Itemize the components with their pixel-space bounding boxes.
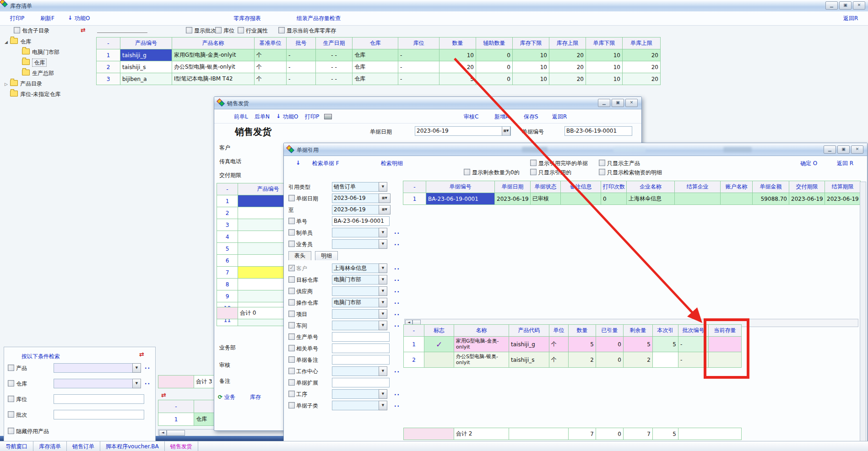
maximize-button[interactable]: ▣ (839, 1, 852, 10)
check-only-referenced[interactable]: 只显示引用的 (530, 169, 571, 177)
cell[interactable]: 0 (596, 352, 624, 368)
search-field-input[interactable] (54, 394, 144, 404)
check-only-main-product[interactable]: 只显示主产品 (599, 160, 640, 167)
cell[interactable]: 家用G型电脑-金奥-onlyit (454, 337, 509, 352)
search-panel-sync-icon[interactable]: ⇄ (139, 351, 144, 358)
form-input-客户[interactable]: 上海林伞信息 (332, 263, 381, 273)
sales-maximize-button[interactable]: ▣ (612, 99, 624, 107)
cell[interactable]: taishiji_s (509, 352, 549, 368)
minimize-button[interactable]: ▁ (825, 1, 838, 10)
doc-date-value[interactable]: 2023-06-19▦▼ (415, 126, 511, 136)
cell[interactable]: 办公S型电脑-银奥-onlyit (454, 352, 509, 368)
form-checkbox[interactable] (288, 265, 295, 271)
form-checkbox[interactable] (288, 229, 295, 236)
form-checkbox[interactable] (288, 195, 295, 201)
sales-minimize-button[interactable]: ▁ (598, 99, 610, 107)
lookup-dots-button[interactable]: .. (394, 299, 400, 305)
tree-item-仓库[interactable]: 仓库 (4, 58, 93, 68)
include-subdir-checkbox[interactable]: 包含子目录 (14, 27, 49, 35)
form-input-工序[interactable] (332, 389, 381, 399)
industry-checkbox[interactable]: 行业属性 (238, 27, 268, 35)
tab-business[interactable]: 业务 (224, 394, 235, 400)
cell[interactable]: 已审核 (531, 193, 561, 205)
search-field-input[interactable] (54, 379, 136, 388)
cell[interactable]: 10 (586, 49, 623, 61)
cell[interactable]: 20 (623, 61, 661, 73)
cell[interactable]: 5 (653, 428, 678, 440)
tree-item-仓库[interactable]: ◢仓库 (4, 37, 93, 47)
cell[interactable]: 个 (549, 352, 569, 368)
dropdown-button[interactable]: ▼ (379, 321, 387, 330)
check-remaining-zero[interactable]: 显示剩余数量为0的 (464, 169, 520, 177)
cell[interactable]: taishiji_g (509, 337, 549, 352)
printer-icon[interactable] (324, 114, 332, 119)
cell[interactable]: 5 (439, 73, 476, 85)
location-checkbox[interactable]: 库位 (215, 27, 234, 35)
tab-header[interactable]: 表头 (288, 251, 311, 260)
cell[interactable]: 20 (623, 73, 661, 85)
search-field-checkbox[interactable] (8, 411, 14, 418)
print-button[interactable]: 打印P (10, 15, 24, 22)
tree-item-电脑门市部[interactable]: 电脑门市部 (4, 47, 93, 58)
refresh-button[interactable]: 刷新F (40, 15, 54, 22)
form-checkbox[interactable] (288, 379, 295, 386)
close-button[interactable]: ✕ (853, 1, 865, 10)
dropdown-button[interactable]: ▼ (379, 239, 387, 249)
tab-detail[interactable]: 明细 (315, 251, 338, 260)
ref-func-down-icon[interactable]: ↓ (296, 160, 300, 166)
quick-filter-input[interactable] (97, 32, 147, 33)
taskbar-item-销售订单[interactable]: 销售订单 (67, 441, 100, 451)
dropdown-button[interactable]: ▼ (379, 182, 387, 192)
cell[interactable]: 2 (217, 207, 238, 219)
cell[interactable]: - (287, 73, 316, 85)
cell[interactable]: I型笔记本电脑-IBM T42 (172, 73, 255, 85)
save-button[interactable]: 保存S (524, 113, 538, 121)
form-input-至[interactable]: 2023-06-19 (332, 205, 381, 215)
cell[interactable]: 个 (549, 337, 569, 352)
cell[interactable]: 8 (217, 279, 238, 290)
cell[interactable]: 2 (569, 352, 596, 368)
search-field-input[interactable] (54, 363, 136, 373)
form-input-制单员[interactable] (332, 228, 381, 237)
cell[interactable]: 2 (624, 352, 653, 368)
cell[interactable]: 1 (403, 193, 426, 205)
function-menu[interactable]: 功能O (75, 15, 90, 22)
prev-doc-button[interactable]: 前单L (234, 113, 248, 121)
cell[interactable]: 20 (623, 49, 661, 61)
lookup-dots-button[interactable]: .. (394, 367, 400, 374)
cell[interactable]: taishiji_g (120, 49, 172, 61)
cell[interactable] (217, 307, 238, 319)
cell[interactable]: 5 (569, 337, 596, 352)
cell[interactable] (561, 193, 601, 205)
sales-function-menu[interactable]: 功能O (283, 113, 298, 121)
show-batch-checkbox[interactable]: 显示批次 (186, 27, 216, 35)
cell[interactable]: 合计 2 (454, 428, 509, 440)
form-input-单据扩展[interactable] (332, 378, 390, 387)
cell[interactable]: 仓库 (353, 73, 398, 85)
taskbar-item-导航窗口[interactable]: 导航窗口 (0, 441, 33, 451)
ref-maximize-button[interactable]: ▣ (837, 145, 850, 154)
cell[interactable]: - - (316, 73, 353, 85)
cell[interactable]: 仓库 (353, 49, 398, 61)
tab-stock[interactable]: 库存 (250, 394, 261, 400)
cell[interactable]: 1 (217, 195, 238, 207)
cell[interactable] (678, 428, 742, 440)
cell[interactable]: 上海林伞信息 (627, 193, 675, 205)
form-input-操作仓库[interactable]: 电脑门市部 (332, 298, 381, 307)
form-checkbox[interactable] (288, 333, 295, 340)
form-input-生产单号[interactable] (332, 332, 390, 342)
cell[interactable]: - (398, 49, 439, 61)
cell[interactable]: 个 (255, 61, 287, 73)
lookup-dots-button[interactable]: .. (394, 264, 400, 271)
cell[interactable]: 10 (513, 61, 549, 73)
cell[interactable]: 3 (97, 73, 120, 85)
cell[interactable]: 办公S型电脑-银奥-onlyit (172, 61, 255, 73)
form-input-相关单号[interactable] (332, 344, 390, 353)
check-only-searched[interactable]: 只显示检索物资的明细 (599, 169, 662, 177)
form-checkbox[interactable] (288, 391, 295, 397)
cell[interactable]: 仓库 (353, 61, 398, 73)
cell[interactable]: 0 (601, 193, 627, 205)
ok-button[interactable]: 确定 O (800, 160, 817, 167)
check-mark[interactable]: ✓ (424, 337, 454, 352)
cell[interactable]: 1 (158, 413, 194, 426)
